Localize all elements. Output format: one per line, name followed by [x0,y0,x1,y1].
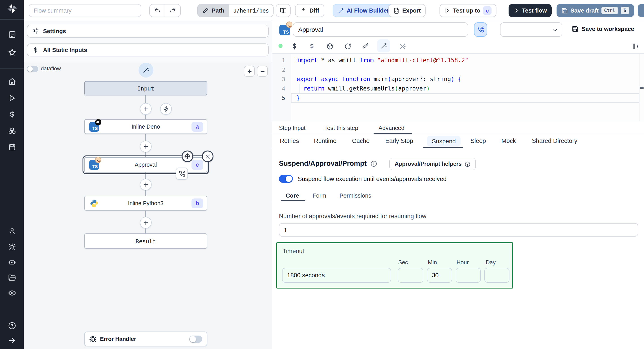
move-step-button[interactable] [182,151,193,162]
approvals-count-input[interactable] [279,223,638,237]
flow-node-approval-selected[interactable]: TS Approval c [84,157,207,172]
code-editor[interactable]: 1import * as wmill from "windmill-client… [272,53,644,121]
tab-advanced[interactable]: Advanced [378,125,404,131]
flow-settings-button[interactable]: Settings [27,25,269,38]
timeout-day-input[interactable] [484,268,510,283]
docs-button[interactable] [276,4,290,17]
add-step-button[interactable] [140,141,152,152]
tab-shared-directory[interactable]: Shared Directory [532,138,578,144]
flow-node-inline-deno[interactable]: TS Inline Deno a [84,119,207,134]
path-button[interactable]: Path u/henri/bes [197,4,273,17]
sidebar-item-schedules[interactable] [0,140,24,154]
resource-picker-button[interactable] [306,40,318,52]
flow-panel: Settings All Static Inputs dataflow Inpu… [24,21,272,349]
info-icon[interactable] [370,160,377,167]
add-step-button[interactable] [140,217,152,229]
sidebar-item-variables[interactable] [0,108,24,121]
redo-button[interactable] [165,4,180,16]
approval-prompt-helpers-button[interactable]: Approval/Prompt helpers [389,158,476,170]
code-line[interactable]: 4 return wmill.getResumeUrls(approver) [272,84,639,93]
sidebar [0,0,24,349]
code-line[interactable]: 5} [272,93,639,103]
timeout-display-field[interactable] [282,268,391,283]
sidebar-item-workspace[interactable] [0,28,24,41]
timeout-sec-input[interactable] [398,268,423,283]
deploy-button-partial[interactable] [638,4,644,17]
approval-step-indicator[interactable] [176,168,188,180]
all-static-inputs-button[interactable]: All Static Inputs [27,43,269,56]
tab-test-this-step[interactable]: Test this step [324,125,358,131]
ai-assistant-button[interactable] [377,39,390,52]
library-icon [632,43,638,49]
sidebar-item-runs[interactable] [0,91,24,105]
flow-summary-input[interactable] [29,4,141,17]
undo-button[interactable] [150,4,165,16]
tab-mock[interactable]: Mock [502,138,516,144]
test-flow-button[interactable]: Test flow [508,4,552,17]
tab-suspend[interactable]: Suspend [427,136,461,146]
save-to-workspace-label: Save to workspace [582,25,634,32]
timeout-min-input[interactable] [427,268,452,283]
zoom-out-button[interactable] [257,66,268,77]
sidebar-expand-button[interactable] [0,334,24,347]
sidebar-item-workers[interactable] [0,255,24,269]
ai-disable-button[interactable] [396,40,408,52]
error-handler-row[interactable]: Error Handler [84,332,207,346]
tab-runtime[interactable]: Runtime [314,138,336,144]
flow-node-input[interactable]: Input [84,81,207,95]
format-code-button[interactable] [359,40,371,52]
flow-node-inline-python[interactable]: Inline Python3 b [84,196,207,211]
tab-core[interactable]: Core [286,192,299,199]
paintbrush-icon [362,43,368,49]
variable-picker-button[interactable] [288,40,300,52]
sidebar-item-audit-logs[interactable] [0,286,24,300]
add-step-button[interactable] [140,103,152,115]
tab-form[interactable]: Form [312,192,326,199]
export-button[interactable]: Export [388,4,426,17]
tab-early-stop[interactable]: Early Stop [385,138,413,144]
flow-node-result[interactable]: Result [84,233,207,249]
code-line[interactable]: 2 [272,65,639,74]
sidebar-item-home[interactable] [0,75,24,88]
suspend-toggle[interactable] [279,175,293,183]
save-draft-button[interactable]: Save draft Ctrl S [556,4,634,17]
sidebar-item-settings[interactable] [0,240,24,254]
library-button[interactable] [629,40,641,52]
sidebar-item-users[interactable] [0,224,24,238]
ai-flow-builder-button[interactable]: AI Flow Builder [333,4,394,17]
calendar-icon [8,143,16,151]
sidebar-item-folders[interactable] [0,271,24,285]
timeout-hour-input[interactable] [456,268,481,283]
zoom-in-button[interactable] [244,66,255,77]
typescript-icon: TS [280,25,290,35]
sidebar-item-help[interactable] [0,319,24,333]
active-tab-underline [281,200,306,201]
dependencies-button[interactable] [323,40,336,52]
advanced-tabs: Retries Runtime Cache Early Stop Suspend… [272,134,644,148]
diff-button[interactable]: Diff [295,4,324,17]
tab-step-input[interactable]: Step Input [279,125,306,131]
code-line[interactable]: 1import * as wmill from "windmill-client… [272,55,639,65]
step-template-select[interactable] [500,22,562,37]
error-handler-toggle[interactable] [189,336,202,343]
tab-cache[interactable]: Cache [352,138,370,144]
tab-retries[interactable]: Retries [280,138,299,144]
add-step-button[interactable] [140,179,152,190]
windmill-logo[interactable] [0,2,24,15]
timeout-day-label: Day [486,259,496,266]
sidebar-item-favorites[interactable] [0,46,24,59]
file-code-icon [393,7,400,14]
tab-sleep[interactable]: Sleep [470,138,486,144]
step-name-input[interactable] [293,22,468,37]
tab-permissions[interactable]: Permissions [340,192,371,199]
save-to-workspace-button[interactable]: Save to workspace [572,25,634,32]
add-trigger-button[interactable] [160,103,172,115]
sidebar-item-resources[interactable] [0,124,24,138]
code-line[interactable]: 3export async function main(approver?: s… [272,74,639,84]
reload-button[interactable] [341,40,354,52]
test-up-to-button[interactable]: Test up to c [440,4,496,17]
delete-step-button[interactable] [202,151,214,162]
dataflow-toggle[interactable] [27,66,38,72]
ai-graph-wand-button[interactable] [138,63,154,77]
approval-step-toggle-button[interactable] [474,22,487,37]
